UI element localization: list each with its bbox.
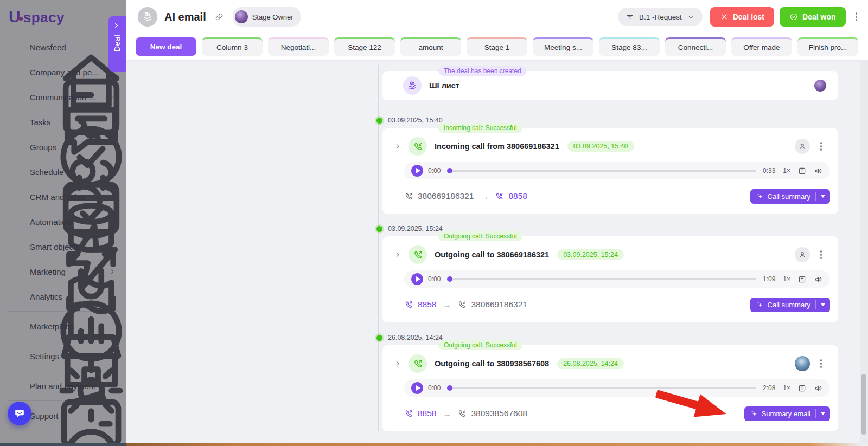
play-button[interactable]: [411, 273, 423, 285]
phone-outgoing-icon: [404, 409, 413, 418]
deal-won-button[interactable]: Deal won: [780, 7, 845, 27]
contact-avatar-placeholder[interactable]: [795, 139, 810, 154]
sidebar-item-label: Settings: [30, 352, 59, 361]
play-button[interactable]: [411, 382, 423, 394]
deal-created-card[interactable]: The deal has been created ШІ лист: [382, 71, 838, 100]
playback-speed[interactable]: 1×: [783, 167, 790, 174]
current-time: 0:00: [428, 167, 443, 174]
owner-label: Stage Owner: [252, 13, 293, 21]
stage-pill[interactable]: Finish pro...: [797, 37, 858, 56]
smart-objects-icon: [10, 241, 22, 253]
stage-pill[interactable]: Stage 122: [334, 37, 395, 56]
dropdown-caret-icon[interactable]: [821, 195, 825, 198]
seek-knob[interactable]: [447, 276, 452, 282]
playback-speed[interactable]: 1×: [783, 384, 790, 392]
playback-speed[interactable]: 1×: [783, 275, 790, 283]
stage-owner-pill[interactable]: Stage Owner: [233, 7, 301, 27]
seek-bar[interactable]: [448, 170, 756, 172]
close-icon[interactable]: [113, 22, 121, 29]
transcript-icon[interactable]: [797, 275, 807, 284]
call-time-pill: 03.09.2025, 15:24: [557, 249, 624, 260]
expand-chevron-icon[interactable]: [393, 359, 402, 368]
stage-pill-new-deal[interactable]: New deal: [136, 37, 196, 56]
volume-icon[interactable]: [814, 275, 823, 284]
volume-icon[interactable]: [814, 166, 823, 176]
sidebar-item-label: Tasks: [30, 118, 50, 127]
call-menu-button[interactable]: [818, 357, 825, 370]
sidebar-item-label: Groups: [30, 143, 56, 152]
stage-pill[interactable]: Column 3: [202, 37, 263, 56]
deal-lost-button[interactable]: Deal lost: [710, 7, 774, 27]
timeline: The deal has been created ШІ лист 03.09.…: [126, 61, 868, 443]
call-time-pill: 26.08.2025, 14:24: [557, 358, 624, 369]
chevron-right-icon: [108, 168, 116, 176]
sidebar-item-newsfeed[interactable]: Newsfeed: [0, 35, 126, 60]
phone-incoming-icon: [495, 192, 504, 201]
stage-pill[interactable]: Stage 83...: [599, 37, 660, 56]
plan-payment-icon: [10, 380, 22, 392]
outgoing-call-icon: [409, 245, 427, 264]
funnel-label: B.1 -Request: [639, 13, 682, 21]
caller-number[interactable]: 8858: [404, 409, 436, 418]
caller-number[interactable]: 8858: [404, 300, 436, 309]
ai-sparkles-icon: [750, 410, 758, 417]
stage-pill[interactable]: Negotiati...: [268, 37, 329, 56]
call-summary-button[interactable]: Call summary: [750, 298, 830, 312]
sidebar-item-label: Smart objects: [30, 242, 80, 251]
schedule-icon: [10, 166, 22, 178]
receiver-number[interactable]: 8858: [495, 191, 527, 201]
timeline-date: 03.09.2025, 15:40: [371, 116, 443, 125]
funnel-select[interactable]: B.1 -Request: [618, 8, 703, 26]
phone-incoming-icon: [457, 300, 467, 309]
seek-bar[interactable]: [448, 387, 756, 389]
stage-pill[interactable]: Offer made: [731, 37, 792, 56]
stage-pill[interactable]: Connecti...: [665, 37, 726, 56]
volume-icon[interactable]: [814, 384, 823, 393]
play-button[interactable]: [411, 165, 423, 177]
caller-number[interactable]: 380669186321: [404, 191, 474, 201]
stage-pill[interactable]: amount: [400, 37, 461, 56]
stage-pipeline: New deal Column 3 Negotiati... Stage 122…: [136, 37, 858, 56]
deal-icon: [403, 76, 422, 95]
deal-panel-tab[interactable]: Deal: [108, 16, 126, 72]
transcript-icon[interactable]: [797, 166, 807, 176]
call-card: Outgoing call: Successful Outgoing call …: [382, 345, 838, 431]
expand-chevron-icon[interactable]: [393, 142, 402, 151]
deal-lost-label: Deal lost: [733, 12, 764, 21]
summary-email-button[interactable]: Summary email: [744, 406, 830, 421]
expand-chevron-icon[interactable]: [393, 250, 402, 259]
duration: 1:09: [763, 275, 775, 283]
contact-avatar-placeholder[interactable]: [795, 247, 810, 262]
receiver-number[interactable]: 380669186321: [457, 300, 527, 309]
marketplace-icon: [10, 320, 22, 332]
receiver-number[interactable]: 380938567608: [457, 409, 527, 418]
chevron-right-icon: [108, 352, 116, 360]
filter-icon: [626, 12, 634, 21]
deal-panel: AI email Stage Owner B.1 -Request Deal l…: [126, 0, 868, 443]
call-summary-button[interactable]: Call summary: [750, 189, 830, 204]
call-menu-button[interactable]: [818, 140, 825, 153]
page-title: AI email: [164, 11, 206, 23]
stage-pill[interactable]: Stage 1: [467, 37, 527, 56]
stage-pill[interactable]: Meeting s...: [533, 37, 593, 56]
dropdown-caret-icon[interactable]: [821, 303, 825, 306]
support-chat-button[interactable]: [8, 402, 31, 425]
arrow-right-icon: →: [443, 409, 451, 418]
seek-bar[interactable]: [448, 278, 756, 280]
current-time: 0:00: [428, 275, 443, 283]
deal-tab-label: Deal: [113, 35, 122, 51]
arrow-right-icon: →: [480, 192, 488, 201]
more-menu-button[interactable]: [853, 10, 860, 23]
seek-knob[interactable]: [447, 168, 452, 173]
seek-knob[interactable]: [447, 385, 452, 391]
bottom-edge: [0, 443, 868, 446]
call-status-badge: Outgoing call: Successful: [438, 340, 522, 350]
call-menu-button[interactable]: [818, 248, 825, 261]
transcript-icon[interactable]: [797, 384, 807, 393]
dropdown-caret-icon[interactable]: [821, 412, 825, 415]
call-time-pill: 03.09.2025, 15:40: [567, 141, 634, 152]
contact-avatar[interactable]: [795, 356, 810, 371]
scrollbar-thumb[interactable]: [861, 374, 866, 435]
copy-link-icon[interactable]: [214, 12, 224, 22]
uspacy-logo[interactable]: Uspacy: [0, 0, 126, 29]
